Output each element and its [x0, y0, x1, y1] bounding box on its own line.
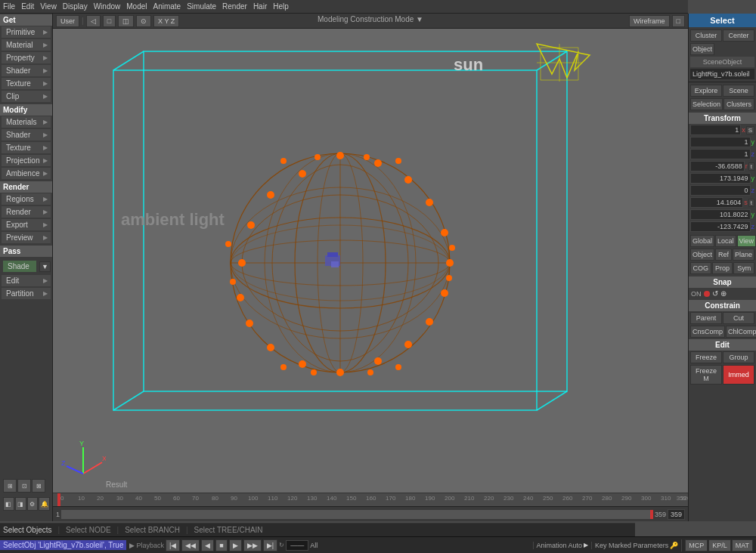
rot-x-input[interactable]: [690, 161, 745, 171]
btn-shader2[interactable]: Shader▶: [2, 129, 51, 141]
btn-view[interactable]: View: [737, 235, 756, 247]
btn-prop[interactable]: Prop: [712, 262, 733, 274]
scl-y-input[interactable]: [690, 209, 751, 220]
vp-icon-3[interactable]: ◫: [118, 15, 134, 27]
timeline-scrubber[interactable]: [61, 510, 653, 519]
btn-play-end[interactable]: ▶|: [263, 539, 277, 551]
vp-icon-4[interactable]: ⊙: [136, 15, 151, 27]
menu-help[interactable]: Help: [273, 2, 289, 11]
btn-freeze[interactable]: Freeze: [690, 351, 722, 363]
btn-center[interactable]: Center: [723, 29, 754, 42]
btn-plane[interactable]: Plane: [733, 249, 754, 261]
btn-local[interactable]: Local: [715, 235, 736, 247]
btn-object[interactable]: Object: [690, 43, 714, 55]
btn-ambience[interactable]: Ambience▶: [2, 168, 51, 179]
btn-sym[interactable]: Sym: [733, 262, 754, 274]
btn-export[interactable]: Export▶: [2, 219, 51, 230]
btn-ref[interactable]: Ref: [715, 249, 732, 261]
btn-cluster[interactable]: Cluster: [690, 29, 722, 42]
btn-shader[interactable]: Shader▶: [2, 65, 51, 76]
btn-selection[interactable]: Selection: [690, 98, 723, 110]
btn-freeze-m[interactable]: Freeze M: [690, 365, 722, 385]
menu-simulate[interactable]: Simulate: [187, 2, 216, 11]
scl-x-key[interactable]: t: [748, 199, 754, 207]
btn-scene[interactable]: Scene: [723, 85, 754, 97]
viewport[interactable]: User | ◁ □ ◫ ⊙ X Y Z Wireframe □ Modelin…: [53, 14, 688, 521]
scene-area[interactable]: ambient light sun X Y Z Result: [53, 29, 688, 493]
btn-property[interactable]: Property▶: [2, 52, 51, 63]
menu-model[interactable]: Model: [126, 2, 147, 11]
btn-play-prev[interactable]: ◀: [201, 539, 214, 551]
menu-edit[interactable]: Edit: [21, 2, 34, 11]
menu-animate[interactable]: Animate: [153, 2, 181, 11]
icon-btn-5[interactable]: ◨: [15, 497, 26, 511]
btn-global[interactable]: Global: [690, 235, 714, 247]
rot-y-input[interactable]: [690, 173, 751, 184]
vp-xyz-btn[interactable]: X Y Z: [153, 15, 179, 27]
btn-group[interactable]: Group: [723, 351, 754, 363]
btn-mcp[interactable]: MCP: [685, 539, 708, 551]
btn-explore[interactable]: Explore: [690, 85, 722, 97]
icon-btn-4[interactable]: ◧: [3, 497, 14, 511]
btn-parent[interactable]: Parent: [690, 312, 722, 324]
animation-arrow[interactable]: ▶: [584, 542, 588, 548]
icon-btn-3[interactable]: ⊠: [32, 479, 45, 493]
pos-x-input[interactable]: [690, 125, 741, 135]
btn-preview[interactable]: Preview▶: [2, 232, 51, 243]
icon-btn-6[interactable]: ⚙: [27, 497, 39, 511]
btn-projection[interactable]: Projection▶: [2, 155, 51, 166]
btn-shade[interactable]: Shade: [3, 261, 36, 272]
rot-x-key[interactable]: t: [748, 162, 754, 171]
btn-render[interactable]: Render▶: [2, 206, 51, 218]
svg-point-39: [225, 241, 231, 247]
btn-cut[interactable]: Cut: [723, 312, 754, 324]
btn-chlcomp[interactable]: ChlComp: [726, 326, 756, 338]
pos-y-input[interactable]: [690, 137, 751, 147]
btn-play-prev-key[interactable]: ◀◀: [181, 539, 200, 551]
menu-display[interactable]: Display: [63, 2, 88, 11]
btn-mat[interactable]: MAT: [732, 539, 753, 551]
btn-cog[interactable]: COG: [690, 262, 711, 274]
menu-hair[interactable]: Hair: [253, 2, 267, 11]
vp-camera-btn[interactable]: User: [56, 15, 79, 27]
vp-wireframe-btn[interactable]: Wireframe: [629, 15, 670, 27]
btn-play-stop[interactable]: ■: [215, 539, 227, 551]
btn-clusters[interactable]: Clusters: [723, 98, 754, 110]
btn-primitive[interactable]: Primitive▶: [2, 26, 51, 38]
menu-window[interactable]: Window: [94, 2, 121, 11]
scl-x-input[interactable]: [690, 197, 743, 208]
shade-dropdown[interactable]: ▼: [39, 261, 51, 272]
btn-play-next-key[interactable]: ▶▶: [243, 539, 262, 551]
btn-kpl[interactable]: KP/L: [708, 539, 731, 551]
btn-texture2[interactable]: Texture▶: [2, 142, 51, 153]
vp-icon-1[interactable]: ◁: [86, 15, 101, 27]
btn-material[interactable]: Material▶: [2, 39, 51, 51]
btn-object2[interactable]: Object: [690, 249, 714, 261]
btn-edit[interactable]: Edit▶: [2, 275, 51, 286]
vp-maximize-btn[interactable]: □: [672, 15, 685, 27]
svg-point-46: [364, 154, 370, 160]
rot-z-input[interactable]: [690, 185, 751, 196]
menu-render[interactable]: Render: [222, 2, 247, 11]
btn-clip[interactable]: Clip▶: [2, 91, 51, 102]
btn-play-start[interactable]: |◀: [166, 539, 180, 551]
menu-file[interactable]: File: [3, 2, 15, 11]
btn-cnscomp[interactable]: CnsComp: [690, 326, 725, 338]
btn-texture[interactable]: Texture▶: [2, 78, 51, 89]
menu-view[interactable]: View: [40, 2, 57, 11]
scl-z-input[interactable]: [690, 221, 751, 232]
icon-btn-7[interactable]: 🔔: [39, 497, 50, 511]
btn-regions[interactable]: Regions▶: [2, 193, 51, 205]
icon-btn-2[interactable]: ⊡: [17, 479, 31, 493]
snap-icon-1[interactable]: ↺: [712, 289, 718, 298]
btn-immed[interactable]: Immed: [723, 365, 754, 385]
snap-icon-2[interactable]: ⊕: [720, 289, 727, 298]
btn-partition[interactable]: Partition▶: [2, 288, 51, 299]
pos-z-input[interactable]: [690, 149, 751, 159]
icon-btn-1[interactable]: ⊞: [3, 479, 17, 493]
vp-icon-2[interactable]: □: [103, 15, 116, 27]
btn-materials[interactable]: Materials▶: [2, 116, 51, 128]
btn-play-next[interactable]: ▶: [229, 539, 242, 551]
pos-x-key[interactable]: S: [746, 126, 754, 134]
svg-point-8: [295, 153, 386, 372]
